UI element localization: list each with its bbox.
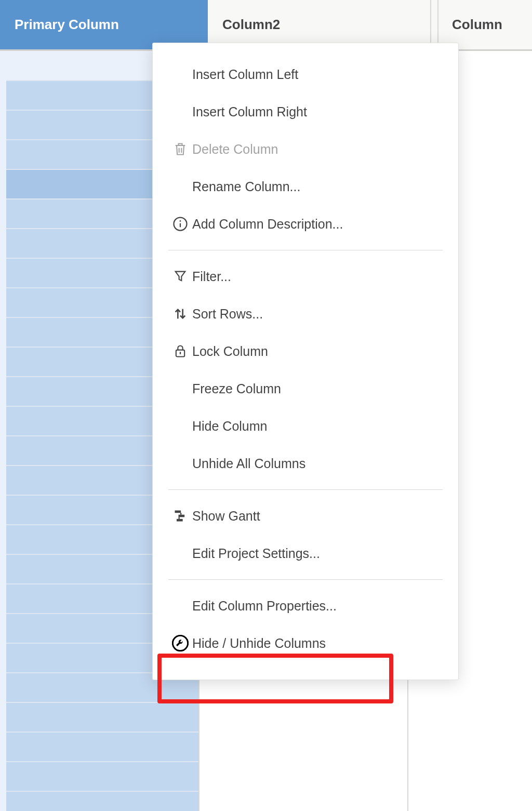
menu-insert-column-left[interactable]: Insert Column Left bbox=[153, 56, 458, 93]
menu-label: Freeze Column bbox=[192, 381, 281, 396]
svg-rect-7 bbox=[180, 513, 181, 515]
gantt-icon bbox=[168, 507, 192, 525]
menu-label: Edit Project Settings... bbox=[192, 546, 320, 561]
menu-unhide-all-columns[interactable]: Unhide All Columns bbox=[153, 445, 458, 482]
menu-separator bbox=[168, 579, 443, 580]
column-header-2[interactable]: Column2 bbox=[208, 0, 431, 49]
menu-add-column-description[interactable]: Add Column Description... bbox=[153, 205, 458, 243]
column-header-2-label: Column2 bbox=[222, 17, 280, 33]
svg-rect-5 bbox=[179, 515, 185, 517]
menu-show-gantt[interactable]: Show Gantt bbox=[153, 497, 458, 535]
menu-filter[interactable]: Filter... bbox=[153, 258, 458, 295]
menu-label: Hide / Unhide Columns bbox=[192, 636, 326, 651]
column-header-3-label: Column bbox=[452, 17, 502, 33]
menu-delete-column: Delete Column bbox=[153, 130, 458, 168]
blank-icon bbox=[168, 178, 192, 195]
menu-label: Rename Column... bbox=[192, 179, 300, 194]
sort-icon bbox=[168, 305, 192, 323]
menu-hide-column[interactable]: Hide Column bbox=[153, 407, 458, 445]
menu-separator bbox=[168, 489, 443, 490]
blank-icon bbox=[168, 455, 192, 472]
menu-label: Unhide All Columns bbox=[192, 456, 305, 471]
menu-label: Hide Column bbox=[192, 419, 268, 434]
menu-label: Lock Column bbox=[192, 344, 268, 359]
menu-label: Delete Column bbox=[192, 142, 278, 157]
column-context-menu: Insert Column Left Insert Column Right D… bbox=[152, 43, 459, 680]
menu-insert-column-right[interactable]: Insert Column Right bbox=[153, 93, 458, 130]
grid-cell[interactable] bbox=[6, 733, 198, 762]
menu-rename-column[interactable]: Rename Column... bbox=[153, 168, 458, 205]
grid-cell[interactable] bbox=[6, 762, 198, 792]
svg-rect-6 bbox=[177, 519, 183, 522]
grid-cell[interactable] bbox=[6, 792, 198, 811]
svg-rect-3 bbox=[180, 352, 181, 354]
menu-label: Insert Column Left bbox=[192, 67, 298, 82]
grid-cell[interactable] bbox=[6, 703, 198, 733]
menu-label: Filter... bbox=[192, 269, 231, 284]
trash-icon bbox=[168, 140, 192, 158]
filter-icon bbox=[168, 268, 192, 285]
blank-icon bbox=[168, 65, 192, 83]
column-header-3[interactable]: Column bbox=[431, 0, 532, 49]
column-header-primary[interactable]: Primary Column bbox=[0, 0, 208, 49]
menu-label: Add Column Description... bbox=[192, 217, 343, 232]
menu-label: Edit Column Properties... bbox=[192, 599, 337, 614]
svg-point-1 bbox=[180, 220, 181, 222]
blank-icon bbox=[168, 544, 192, 562]
menu-separator bbox=[168, 250, 443, 250]
menu-lock-column[interactable]: Lock Column bbox=[153, 333, 458, 370]
wrench-circle-icon bbox=[168, 634, 192, 652]
menu-freeze-column[interactable]: Freeze Column bbox=[153, 370, 458, 407]
svg-rect-8 bbox=[179, 517, 180, 519]
menu-sort-rows[interactable]: Sort Rows... bbox=[153, 295, 458, 333]
menu-label: Show Gantt bbox=[192, 509, 260, 524]
svg-rect-4 bbox=[175, 511, 181, 513]
menu-hide-unhide-columns[interactable]: Hide / Unhide Columns bbox=[153, 624, 458, 662]
menu-edit-project-settings[interactable]: Edit Project Settings... bbox=[153, 535, 458, 572]
column-header-primary-label: Primary Column bbox=[15, 17, 119, 33]
blank-icon bbox=[168, 103, 192, 121]
blank-icon bbox=[168, 380, 192, 397]
blank-icon bbox=[168, 597, 192, 615]
lock-icon bbox=[168, 342, 192, 360]
blank-icon bbox=[168, 417, 192, 435]
info-icon bbox=[168, 215, 192, 233]
menu-label: Insert Column Right bbox=[192, 104, 307, 119]
menu-edit-column-properties[interactable]: Edit Column Properties... bbox=[153, 587, 458, 624]
menu-label: Sort Rows... bbox=[192, 307, 263, 322]
